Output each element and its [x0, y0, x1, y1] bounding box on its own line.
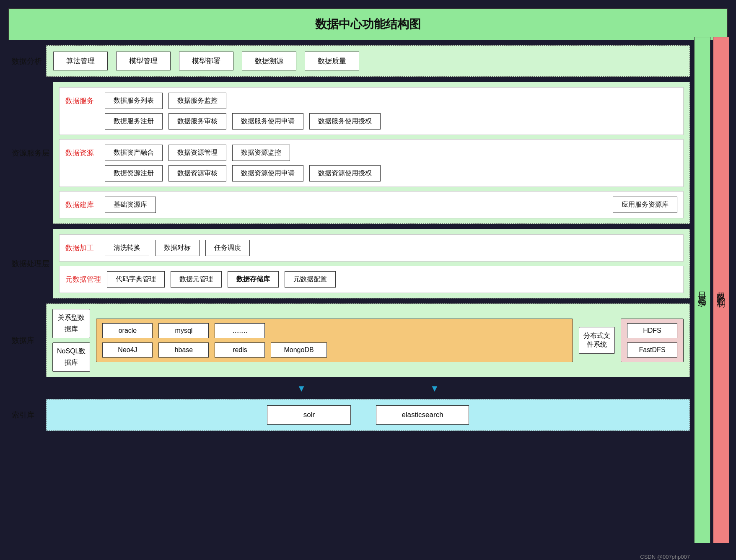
hdfs-item: HDFS [627, 323, 677, 338]
data-processing-sublabel: 数据加工 [65, 243, 99, 253]
dr-item-2: 数据资源监控 [232, 145, 290, 161]
distributed-box: 分布式文 件系统 [579, 327, 615, 354]
fastdfs-item: FastDFS [627, 342, 677, 358]
analysis-item-3: 数据溯源 [242, 52, 296, 70]
processing-inner: 数据加工 清洗转换 数据对标 任务调度 元数据管理 代码字典管理 [53, 229, 690, 298]
dp-item-1: 数据对标 [155, 240, 200, 256]
permission-label: 权限控制 [713, 37, 729, 543]
dp-row1: 数据加工 清洗转换 数据对标 任务调度 [59, 234, 684, 262]
index-solr: solr [267, 405, 351, 425]
data-service-row2: 数据服务注册 数据服务审核 数据服务使用申请 数据服务使用授权 [65, 113, 677, 130]
db-oracle: oracle [102, 323, 153, 338]
orange-row1: oracle mysql ........ [102, 323, 567, 338]
analysis-item-0: 算法管理 [53, 52, 108, 70]
index-label: 索引库 [8, 399, 46, 431]
dr-item-3: 数据资源注册 [105, 165, 163, 181]
resource-label: 资源服务层 [8, 82, 53, 224]
index-inner: solr elasticsearch [46, 399, 690, 431]
db-neo4j: Neo4J [102, 342, 153, 358]
analysis-item-2: 模型部署 [179, 52, 233, 70]
database-inner: 关系型数 据库 NoSQL数 据库 oracle m [46, 303, 690, 377]
data-resource-row1: 数据资源 数据资产融合 数据资源管理 数据资源监控 [65, 145, 677, 161]
data-service-box: 数据服务 数据服务列表 数据服务监控 数据服务注册 [59, 87, 684, 135]
ds-item-2: 数据服务注册 [105, 113, 163, 130]
ds-item-1: 数据服务监控 [168, 93, 226, 109]
analysis-item-1: 模型管理 [116, 52, 171, 70]
data-resource-box: 数据资源 数据资产融合 数据资源管理 数据资源监控 [59, 139, 684, 187]
data-library-label: 数据建库 [65, 200, 99, 210]
dp-row2: 元数据管理 代码字典管理 数据元管理 数据存储库 元数据配置 [59, 266, 684, 293]
analysis-item-4: 数据质量 [305, 52, 359, 70]
dr-item-4: 数据资源审核 [168, 165, 226, 181]
content-area: 数据分析 算法管理 模型管理 模型部署 数据溯源 数据质量 [8, 45, 728, 560]
md-item-0: 代码字典管理 [107, 271, 165, 288]
main-container: 数据中心功能结构图 日志记录 权限控制 数据分析 算法管理 模型管理 [4, 4, 732, 560]
ds-item-3: 数据服务审核 [168, 113, 226, 130]
db-mongodb: MongoDB [271, 342, 327, 358]
analysis-label: 数据分析 [8, 45, 46, 77]
dr-item-0: 数据资产融合 [105, 145, 163, 161]
dl-item-0: 基础资源库 [105, 197, 156, 213]
title-bar: 数据中心功能结构图 [8, 8, 728, 40]
dl-item-1: 应用服务资源库 [613, 197, 677, 213]
data-resource-row2: 数据资源注册 数据资源审核 数据资源使用申请 数据资源使用授权 [65, 165, 677, 181]
data-library-row: 数据建库 基础资源库 应用服务资源库 [59, 191, 684, 218]
db-mysql: mysql [158, 323, 209, 338]
hdfs-box: HDFS FastDFS [621, 319, 684, 362]
data-resource-label: 数据资源 [65, 148, 99, 158]
dr-item-1: 数据资源管理 [168, 145, 226, 161]
index-arrows: ▼ ▼ [8, 383, 690, 394]
data-service-inner: 数据服务 数据服务列表 数据服务监控 数据服务注册 [65, 93, 677, 130]
dr-item-5: 数据资源使用申请 [232, 165, 303, 181]
data-resource-inner: 数据资源 数据资产融合 数据资源管理 数据资源监控 [65, 145, 677, 181]
database-section-row: 数据库 关系型数 据库 NoSQL数 据库 [8, 303, 690, 377]
db-type-group: 关系型数 据库 NoSQL数 据库 [52, 309, 90, 372]
database-label: 数据库 [8, 303, 46, 377]
watermark: CSDN @007php007 [640, 554, 690, 560]
db-hbase: hbase [158, 342, 209, 358]
md-item-1: 数据元管理 [171, 271, 222, 288]
index-elasticsearch: elasticsearch [376, 405, 469, 425]
log-label: 日志记录 [694, 37, 710, 543]
relational-db-box: 关系型数 据库 [52, 309, 90, 338]
orange-db-box: oracle mysql ........ Neo4J [96, 319, 573, 362]
arrow-left: ▼ [297, 383, 306, 394]
ds-item-4: 数据服务使用申请 [232, 113, 303, 130]
ds-item-5: 数据服务使用授权 [309, 113, 381, 130]
dp-item-2: 任务调度 [205, 240, 250, 256]
orange-row2: Neo4J hbase redis MongoDB [102, 342, 567, 358]
md-item-3: 元数据配置 [285, 271, 336, 288]
md-item-2: 数据存储库 [228, 271, 279, 288]
meta-data-sublabel: 元数据管理 [65, 275, 101, 284]
analysis-section-row: 数据分析 算法管理 模型管理 模型部署 数据溯源 数据质量 [8, 45, 690, 77]
right-labels: 日志记录 权限控制 [694, 37, 728, 543]
arrow-right: ▼ [430, 383, 439, 394]
dr-item-6: 数据资源使用授权 [309, 165, 381, 181]
resource-section-row: 资源服务层 数据服务 数据服务列表 数据服务监控 [8, 82, 690, 224]
resource-inner: 数据服务 数据服务列表 数据服务监控 数据服务注册 [53, 82, 690, 224]
processing-section-row: 数据处理层 数据加工 清洗转换 数据对标 任务调度 [8, 229, 690, 298]
processing-label: 数据处理层 [8, 229, 53, 298]
nosql-db-box: NoSQL数 据库 [52, 342, 90, 372]
db-dots: ........ [215, 323, 265, 338]
index-section-row: 索引库 solr elasticsearch [8, 399, 690, 431]
db-redis: redis [215, 342, 265, 358]
data-service-row1: 数据服务 数据服务列表 数据服务监控 [65, 93, 677, 109]
data-service-label: 数据服务 [65, 96, 99, 106]
dp-item-0: 清洗转换 [105, 240, 149, 256]
main-title: 数据中心功能结构图 [315, 18, 421, 31]
ds-item-0: 数据服务列表 [105, 93, 163, 109]
analysis-inner: 算法管理 模型管理 模型部署 数据溯源 数据质量 [46, 45, 690, 77]
